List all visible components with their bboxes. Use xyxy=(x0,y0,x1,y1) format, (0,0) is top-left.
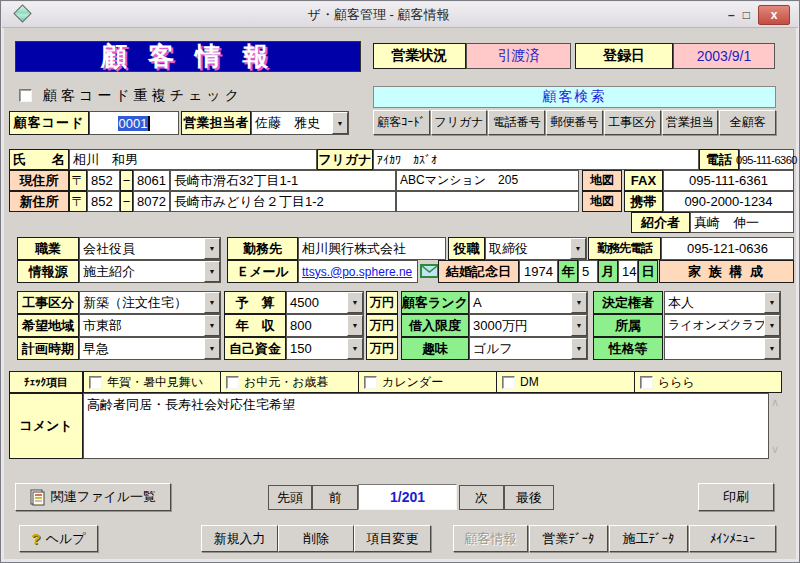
first-record-button[interactable]: 先頭 xyxy=(268,485,312,510)
email-field[interactable]: ttsys.@po.sphere.ne xyxy=(298,260,418,283)
last-record-button[interactable]: 最後 xyxy=(504,485,554,510)
sales-rep-select[interactable]: 佐藤 雅史 ▼ xyxy=(251,111,349,135)
current-address-field[interactable]: 長崎市滑石32丁目1-1 xyxy=(170,170,396,191)
decision-maker-select[interactable]: 本人 ▼ xyxy=(664,291,781,314)
customer-code-input[interactable]: 0001 xyxy=(89,111,179,135)
personality-value xyxy=(665,338,764,359)
name-field[interactable]: 相川 和男 xyxy=(69,149,317,170)
family-structure-button[interactable]: 家 族 構 成 xyxy=(659,260,794,283)
search-by-phone-button[interactable]: 電話番号 xyxy=(488,110,545,135)
map-button-current[interactable]: 地図 xyxy=(582,170,622,191)
comment-textarea[interactable]: 高齢者同居・長寿社会対応住宅希望 xyxy=(83,393,769,459)
scroll-down-icon[interactable]: ∨ xyxy=(771,444,779,455)
chevron-down-icon[interactable]: ▼ xyxy=(570,238,586,259)
previous-record-button[interactable]: 前 xyxy=(312,485,358,510)
current-zip2-field[interactable]: 8061 xyxy=(133,170,170,191)
new-zip2-field[interactable]: 8072 xyxy=(133,191,170,212)
print-button[interactable]: 印刷 xyxy=(698,483,774,511)
form-body: 顧 客 情 報 営業状況 引渡済 登録日 2003/9/1 顧客コード重複チェッ… xyxy=(1,29,800,563)
map-button-new[interactable]: 地図 xyxy=(582,191,622,212)
customer-rank-select[interactable]: A ▼ xyxy=(469,291,588,314)
search-by-worktype-button[interactable]: 工事区分 xyxy=(604,110,661,135)
anniversary-month-field[interactable]: 5 xyxy=(578,260,598,283)
search-by-rep-button[interactable]: 営業担当 xyxy=(662,110,719,135)
chevron-down-icon[interactable]: ▼ xyxy=(332,112,348,134)
dup-check-checkbox[interactable] xyxy=(19,89,32,102)
chevron-down-icon[interactable]: ▼ xyxy=(347,315,363,336)
affiliation-select[interactable]: ライオンズクラブ ▼ xyxy=(664,314,781,337)
annual-income-select[interactable]: 800 ▼ xyxy=(286,314,364,337)
workplace-phone-field[interactable]: 095-121-0636 xyxy=(661,237,794,260)
plan-timing-select[interactable]: 早急 ▼ xyxy=(79,337,221,360)
chevron-down-icon[interactable]: ▼ xyxy=(347,338,363,359)
chevron-down-icon[interactable]: ▼ xyxy=(764,292,780,313)
chevron-down-icon[interactable]: ▼ xyxy=(764,315,780,336)
search-by-kana-button[interactable]: フリガナ xyxy=(431,110,488,135)
new-building-field[interactable] xyxy=(396,191,579,212)
check-item-nenga: 年賀・暑中見舞い xyxy=(83,371,221,393)
current-building-field[interactable]: ABCマンション 205 xyxy=(396,170,579,191)
rarara-checkbox[interactable] xyxy=(640,376,653,389)
job-select[interactable]: 会社役員 ▼ xyxy=(79,237,221,260)
customer-rank-label: 顧客ランク xyxy=(401,291,469,314)
anniversary-year-field[interactable]: 1974 xyxy=(519,260,558,283)
next-record-button[interactable]: 次 xyxy=(459,485,504,510)
minimize-icon[interactable]: – xyxy=(728,8,735,22)
chevron-down-icon[interactable]: ▼ xyxy=(571,338,587,359)
modify-items-button[interactable]: 項目変更 xyxy=(354,525,431,552)
new-entry-button[interactable]: 新規入力 xyxy=(201,525,278,552)
annual-income-label: 年 収 xyxy=(224,314,286,337)
fax-field[interactable]: 095-111-6361 xyxy=(663,170,794,191)
loan-limit-select[interactable]: 3000万円 ▼ xyxy=(469,314,588,337)
ochugen-checkbox[interactable] xyxy=(226,376,239,389)
search-by-zip-button[interactable]: 郵便番号 xyxy=(546,110,603,135)
anniversary-day-field[interactable]: 14 xyxy=(618,260,638,283)
nenga-checkbox[interactable] xyxy=(89,376,102,389)
introducer-field[interactable]: 真崎 伸一 xyxy=(690,212,794,233)
chevron-down-icon[interactable]: ▼ xyxy=(204,238,220,259)
desired-area-select[interactable]: 市東部 ▼ xyxy=(79,314,221,337)
send-mail-icon[interactable] xyxy=(420,262,439,280)
new-address-field[interactable]: 長崎市みどり台２丁目1-2 xyxy=(170,191,396,212)
desired-area-label: 希望地域 xyxy=(17,314,79,337)
furigana-field[interactable]: ｱｲｶﾜ ｶｽﾞｵ xyxy=(373,149,699,170)
work-type-select[interactable]: 新築（注文住宅） ▼ xyxy=(79,291,221,314)
main-menu-button[interactable]: ﾒｲﾝﾒﾆｭｰ xyxy=(689,525,776,552)
scroll-up-icon[interactable]: ∧ xyxy=(771,397,779,408)
close-icon[interactable]: x xyxy=(758,5,790,25)
chevron-down-icon[interactable]: ▼ xyxy=(204,338,220,359)
chevron-down-icon[interactable]: ▼ xyxy=(204,292,220,313)
delete-button[interactable]: 削除 xyxy=(278,525,354,552)
construction-data-button[interactable]: 施工ﾃﾞｰﾀ xyxy=(609,525,688,552)
page-title: 顧 客 情 報 xyxy=(15,41,361,72)
chevron-down-icon[interactable]: ▼ xyxy=(347,292,363,313)
hobby-select[interactable]: ゴルフ ▼ xyxy=(469,337,588,360)
maximize-icon[interactable]: □ xyxy=(743,8,750,22)
decision-maker-value: 本人 xyxy=(665,292,764,313)
email-link[interactable]: ttsys.@po.sphere.ne xyxy=(302,265,412,279)
search-all-button[interactable]: 全顧客 xyxy=(719,110,776,135)
dm-checkbox[interactable] xyxy=(502,376,515,389)
search-by-code-button[interactable]: 顧客ｺｰﾄﾞ xyxy=(373,110,430,135)
sales-data-button[interactable]: 営業ﾃﾞｰﾀ xyxy=(529,525,608,552)
workplace-field[interactable]: 相川興行株式会社 xyxy=(298,237,446,260)
chevron-down-icon[interactable]: ▼ xyxy=(204,261,220,282)
chevron-down-icon[interactable]: ▼ xyxy=(571,292,587,313)
calendar-checkbox[interactable] xyxy=(364,376,377,389)
job-title-value: 取締役 xyxy=(486,238,570,259)
info-source-select[interactable]: 施主紹介 ▼ xyxy=(79,260,221,283)
phone-field[interactable]: 095-111-6360 xyxy=(739,149,794,170)
own-funds-select[interactable]: 150 ▼ xyxy=(286,337,364,360)
job-title-select[interactable]: 取締役 ▼ xyxy=(485,237,587,260)
affiliation-label: 所属 xyxy=(593,314,663,337)
mobile-field[interactable]: 090-2000-1234 xyxy=(663,191,794,212)
help-button[interactable]: ? ヘルプ xyxy=(19,525,98,552)
personality-select[interactable]: ▼ xyxy=(664,337,781,360)
related-files-button[interactable]: 関連ファイル一覧 xyxy=(15,483,171,511)
chevron-down-icon[interactable]: ▼ xyxy=(571,315,587,336)
chevron-down-icon[interactable]: ▼ xyxy=(204,315,220,336)
budget-select[interactable]: 4500 ▼ xyxy=(286,291,364,314)
chevron-down-icon[interactable]: ▼ xyxy=(764,338,780,359)
new-zip1-field[interactable]: 852 xyxy=(87,191,120,212)
current-zip1-field[interactable]: 852 xyxy=(87,170,120,191)
